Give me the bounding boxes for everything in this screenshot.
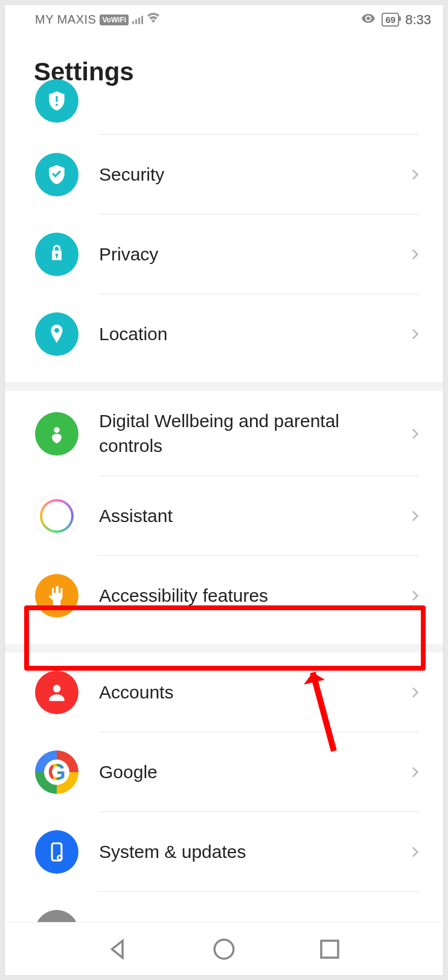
chevron-right-icon <box>407 588 423 604</box>
settings-item-google[interactable]: G Google <box>5 732 443 812</box>
settings-item-safety[interactable] <box>5 105 443 135</box>
settings-item-label: Accessibility features <box>99 584 407 608</box>
settings-item-label: Google <box>99 760 407 785</box>
settings-item-label: System & updates <box>99 840 407 865</box>
nav-bar <box>5 922 443 975</box>
lock-shield-icon <box>35 233 78 276</box>
settings-group: Digital Wellbeing and parental controls … <box>5 391 443 636</box>
eye-icon <box>361 11 376 28</box>
svg-point-10 <box>214 940 234 959</box>
heart-person-icon <box>35 412 78 456</box>
settings-item-label: Accounts <box>99 680 407 705</box>
chevron-right-icon <box>407 326 423 342</box>
chevron-right-icon <box>407 426 423 442</box>
settings-item-label: Privacy <box>99 242 407 267</box>
hand-icon <box>35 574 78 617</box>
shield-alert-icon <box>35 79 78 123</box>
svg-point-4 <box>59 857 61 859</box>
svg-point-0 <box>54 427 60 433</box>
settings-group: Security Privacy Location <box>5 105 443 374</box>
google-icon: G <box>35 750 78 794</box>
clock: 8:33 <box>405 12 431 28</box>
wifi-icon <box>147 11 160 28</box>
vowifi-badge: VoWiFi <box>100 15 129 25</box>
assistant-ring-icon <box>35 494 78 538</box>
status-right: 69 8:33 <box>361 11 431 28</box>
chevron-right-icon <box>407 764 423 780</box>
battery-indicator: 69 <box>382 13 399 27</box>
phone-gear-icon <box>35 830 78 874</box>
nav-recent-button[interactable] <box>317 936 342 962</box>
settings-item-system[interactable]: System & updates <box>5 812 443 892</box>
settings-item-wellbeing[interactable]: Digital Wellbeing and parental controls <box>5 391 443 476</box>
settings-item-label: Assistant <box>99 504 407 529</box>
chevron-right-icon <box>407 844 423 860</box>
settings-item-accounts[interactable]: Accounts <box>5 653 443 732</box>
settings-item-label: Digital Wellbeing and parental controls <box>99 409 407 458</box>
shield-check-icon <box>35 153 78 196</box>
nav-back-button[interactable] <box>106 936 131 962</box>
carrier-label: MY MAXIS <box>35 13 96 27</box>
person-icon <box>35 671 78 714</box>
status-bar: MY MAXIS VoWiFi 69 8:33 <box>5 5 443 33</box>
settings-item-accessibility[interactable]: Accessibility features <box>5 556 443 636</box>
settings-list: Security Privacy Location <box>5 105 443 972</box>
nav-home-button[interactable] <box>211 936 237 962</box>
chevron-right-icon <box>407 508 423 524</box>
svg-point-1 <box>53 685 61 692</box>
status-left: MY MAXIS VoWiFi <box>35 11 160 28</box>
location-pin-icon <box>35 312 78 356</box>
chevron-right-icon <box>407 167 423 182</box>
settings-item-location[interactable]: Location <box>5 294 443 374</box>
settings-item-security[interactable]: Security <box>5 135 443 214</box>
settings-item-privacy[interactable]: Privacy <box>5 214 443 294</box>
svg-rect-11 <box>321 941 338 958</box>
chevron-right-icon <box>407 247 423 262</box>
signal-icon <box>132 16 143 24</box>
chevron-right-icon <box>407 685 423 700</box>
settings-item-label: Location <box>99 322 407 347</box>
settings-item-label: Security <box>99 163 407 187</box>
settings-item-assistant[interactable]: Assistant <box>5 476 443 556</box>
